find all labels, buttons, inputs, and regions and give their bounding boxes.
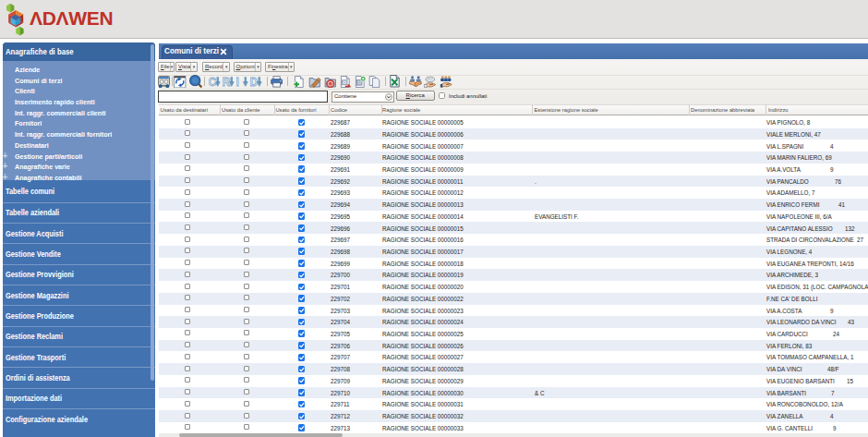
svg-text:I: I	[236, 76, 239, 88]
